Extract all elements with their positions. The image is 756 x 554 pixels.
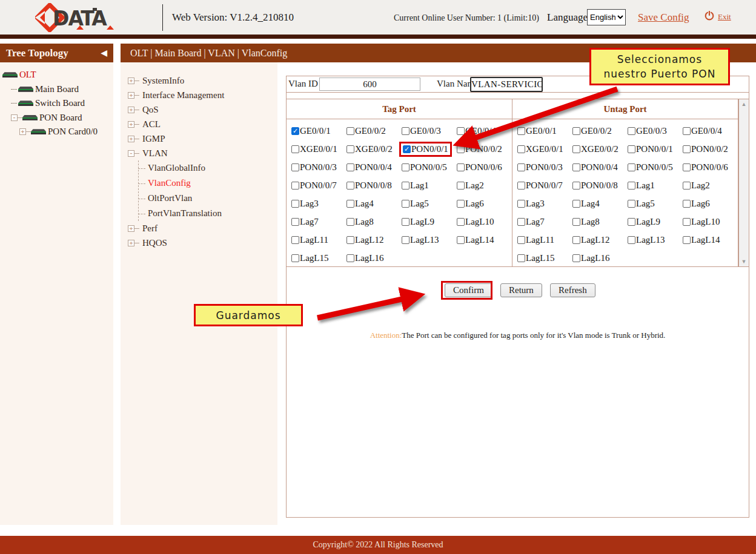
menu-item-igmp[interactable]: +IGMP <box>128 131 277 146</box>
save-config-link[interactable]: Save Config <box>638 12 689 24</box>
tag-port-checkbox-pon0-0-5[interactable] <box>402 163 409 171</box>
untag-port-lagl12[interactable]: LagL12 <box>572 231 628 249</box>
tag-port-lag2[interactable]: Lag2 <box>457 176 512 194</box>
untag-port-checkbox-lag4[interactable] <box>572 200 580 208</box>
tree-item-pon-card0-0[interactable]: +PON Card0/0 <box>19 125 113 139</box>
tag-port-checkbox-xge0-0-1[interactable] <box>291 145 299 153</box>
tag-port-checkbox-lagl9[interactable] <box>402 218 409 226</box>
tree-item-main-board[interactable]: Main Board <box>11 82 113 97</box>
menu-item-label[interactable]: HQOS <box>142 238 167 248</box>
tag-port-checkbox-pon0-0-8[interactable] <box>346 182 354 190</box>
untag-port-checkbox-lagl11[interactable] <box>517 236 525 244</box>
untag-port-pon0-0-8[interactable]: PON0/0/8 <box>572 176 628 194</box>
menu-subitem-label[interactable]: OltPortVlan <box>148 193 192 203</box>
tag-port-xge0-0-2[interactable]: XGE0/0/2 <box>346 140 402 158</box>
untag-port-checkbox-lagl9[interactable] <box>628 218 635 226</box>
menu-item-hqos[interactable]: +HQOS <box>128 236 277 250</box>
tag-port-checkbox-pon0-0-3[interactable] <box>291 163 299 171</box>
scroll-up-icon[interactable]: ▲ <box>739 101 749 107</box>
untag-port-checkbox-lag8[interactable] <box>572 218 580 226</box>
untag-port-checkbox-lagl16[interactable] <box>572 254 580 262</box>
menu-item-label[interactable]: ACL <box>142 119 161 130</box>
menu-item-label[interactable]: SystemInfo <box>142 76 184 86</box>
menu-subitem-vlanglobalinfo[interactable]: VlanGlobalInfo <box>138 160 277 176</box>
tag-port-checkbox-ge0-0-1[interactable] <box>291 127 299 135</box>
untag-port-checkbox-pon0-0-2[interactable] <box>683 145 691 153</box>
port-table-scrollbar[interactable]: ▲ ▼ <box>738 99 749 266</box>
untag-port-checkbox-xge0-0-1[interactable] <box>517 145 525 153</box>
menu-subitem-vlanconfig[interactable]: VlanConfig <box>138 176 277 191</box>
tag-port-ge0-0-4[interactable]: GE0/0/4 <box>457 122 512 140</box>
untag-port-lag5[interactable]: Lag5 <box>628 194 683 213</box>
tag-port-checkbox-lag3[interactable] <box>291 200 299 208</box>
menu-subitem-label[interactable]: VlanGlobalInfo <box>148 163 205 173</box>
menu-item-acl[interactable]: +ACL <box>128 117 277 131</box>
untag-port-checkbox-ge0-0-3[interactable] <box>628 127 635 135</box>
tag-port-checkbox-lag6[interactable] <box>457 200 465 208</box>
tree-item-label[interactable]: PON Card0/0 <box>48 127 98 137</box>
untag-port-checkbox-pon0-0-5[interactable] <box>628 163 635 171</box>
menu-item-label[interactable]: VLAN <box>142 148 168 159</box>
untag-port-checkbox-ge0-0-2[interactable] <box>572 127 580 135</box>
untag-port-xge0-0-2[interactable]: XGE0/0/2 <box>572 140 628 158</box>
vlan-name-input[interactable] <box>470 77 543 92</box>
untag-port-checkbox-pon0-0-8[interactable] <box>572 182 580 190</box>
untag-port-checkbox-lag1[interactable] <box>628 182 635 190</box>
untag-port-checkbox-pon0-0-4[interactable] <box>572 163 580 171</box>
tag-port-checkbox-pon0-0-2[interactable] <box>457 145 465 153</box>
untag-port-pon0-0-7[interactable]: PON0/0/7 <box>517 176 572 194</box>
exit-link[interactable]: Exit <box>718 12 731 22</box>
untag-port-checkbox-lagl15[interactable] <box>517 254 525 262</box>
untag-port-pon0-0-4[interactable]: PON0/0/4 <box>572 158 628 176</box>
untag-port-lag3[interactable]: Lag3 <box>517 194 572 213</box>
tag-port-checkbox-lagl15[interactable] <box>291 254 299 262</box>
untag-port-lagl9[interactable]: LagL9 <box>628 213 683 231</box>
menu-subitem-label[interactable]: PortVlanTranslation <box>148 208 222 219</box>
tag-port-lag7[interactable]: Lag7 <box>291 213 346 231</box>
tag-port-checkbox-xge0-0-2[interactable] <box>346 145 354 153</box>
tag-port-lagl9[interactable]: LagL9 <box>402 213 457 231</box>
menu-item-vlan[interactable]: -VLAN <box>128 146 277 160</box>
tree-item-label[interactable]: Main Board <box>35 84 79 94</box>
tag-port-checkbox-lag7[interactable] <box>291 218 299 226</box>
untag-port-ge0-0-4[interactable]: GE0/0/4 <box>683 122 738 140</box>
untag-port-lag6[interactable]: Lag6 <box>683 194 738 213</box>
untag-port-checkbox-pon0-0-1[interactable] <box>628 145 635 153</box>
menu-expander-interface-management[interactable]: + <box>128 92 134 99</box>
tag-port-lag1[interactable]: Lag1 <box>402 176 457 194</box>
confirm-button[interactable]: Confirm <box>445 283 492 297</box>
menu-item-perf[interactable]: +Perf <box>128 221 277 236</box>
tag-port-pon0-0-6[interactable]: PON0/0/6 <box>457 158 512 176</box>
tree-item-olt[interactable]: OLT <box>2 68 113 82</box>
tree-item-label[interactable]: PON Board <box>39 113 82 123</box>
return-button[interactable]: Return <box>500 283 542 297</box>
untag-port-lag4[interactable]: Lag4 <box>572 194 628 213</box>
tag-port-checkbox-lagl13[interactable] <box>402 236 409 244</box>
menu-expander-perf[interactable]: + <box>128 225 134 232</box>
tag-port-checkbox-lag2[interactable] <box>457 182 465 190</box>
untag-port-ge0-0-3[interactable]: GE0/0/3 <box>628 122 683 140</box>
tree-item-label[interactable]: Switch Board <box>35 98 85 108</box>
menu-item-interface-management[interactable]: +Interface Management <box>128 88 277 102</box>
untag-port-pon0-0-6[interactable]: PON0/0/6 <box>683 158 738 176</box>
untag-port-checkbox-lagl10[interactable] <box>683 218 691 226</box>
vlan-id-input[interactable] <box>319 77 420 91</box>
tag-port-lagl13[interactable]: LagL13 <box>402 231 457 249</box>
tag-port-checkbox-pon0-0-4[interactable] <box>346 163 354 171</box>
menu-item-label[interactable]: IGMP <box>142 134 165 144</box>
untag-port-checkbox-lag6[interactable] <box>683 200 691 208</box>
tag-port-checkbox-ge0-0-4[interactable] <box>457 127 465 135</box>
untag-port-checkbox-lagl14[interactable] <box>683 236 691 244</box>
menu-item-systeminfo[interactable]: +SystemInfo <box>128 73 277 88</box>
untag-port-lag7[interactable]: Lag7 <box>517 213 572 231</box>
untag-port-checkbox-lagl12[interactable] <box>572 236 580 244</box>
tag-port-lagl15[interactable]: LagL15 <box>291 249 346 267</box>
untag-port-checkbox-ge0-0-4[interactable] <box>683 127 691 135</box>
tag-port-checkbox-lagl12[interactable] <box>346 236 354 244</box>
tag-port-checkbox-lag4[interactable] <box>346 200 354 208</box>
tag-port-pon0-0-2[interactable]: PON0/0/2 <box>457 140 512 158</box>
refresh-button[interactable]: Refresh <box>550 283 595 297</box>
menu-expander-igmp[interactable]: + <box>128 136 134 142</box>
untag-port-lag8[interactable]: Lag8 <box>572 213 628 231</box>
untag-port-checkbox-ge0-0-1[interactable] <box>517 127 525 135</box>
